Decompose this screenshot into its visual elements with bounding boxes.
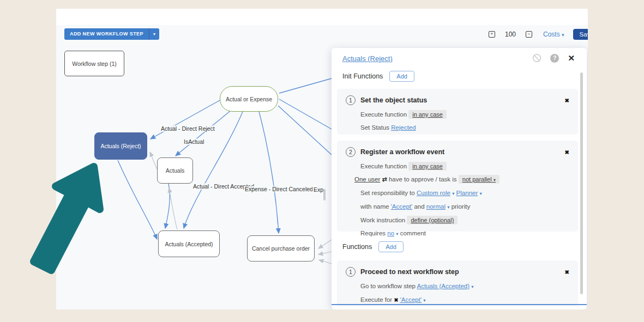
functions-header: Functions Add [342, 241, 404, 252]
task-name-link[interactable]: 'Accept' [391, 203, 413, 210]
execute-function-label: Execute function [360, 111, 407, 118]
step-properties-panel: Actuals (Reject) ? ✕ Init Functions Add … [332, 48, 587, 309]
node-actuals-reject[interactable]: Actuals (Reject) [94, 132, 147, 160]
goto-step-label: Go to workflow step [360, 283, 416, 289]
add-new-workflow-step-button[interactable]: ADD NEW WORKFLOW STEP ▾ [64, 28, 159, 40]
edge-label-expense-clipped: Exp [312, 186, 324, 193]
save-button[interactable]: Save [573, 29, 588, 40]
caret-down-icon[interactable]: ▾ [479, 191, 482, 196]
work-instruction-row: Work instruction define (optional) [360, 216, 569, 224]
task-name-row: with name 'Accept' and normal ▾ priority [360, 203, 569, 211]
execute-function-row: Execute function in any case [360, 111, 569, 119]
node-actuals-accepted[interactable]: Actuals (Accepted) [158, 230, 220, 257]
node-workflow-step-1[interactable]: Workflow step (1) [64, 51, 124, 76]
caret-down-icon[interactable]: ▾ [471, 284, 473, 289]
goto-step-row: Go to workflow step Actuals (Accepted) ▾ [360, 282, 569, 291]
zoom-level-value: 100 [495, 31, 526, 38]
zoom-out-icon[interactable]: − [526, 31, 532, 38]
name-label: with name [360, 203, 389, 210]
costs-label: Costs [543, 31, 560, 38]
remove-function-icon[interactable]: ✖ [565, 149, 569, 155]
functions-heading: Functions [342, 243, 372, 251]
caret-down-icon: ▾ [153, 32, 155, 37]
costs-dropdown[interactable]: Costs ▾ [543, 31, 564, 38]
init-functions-header: Init Functions Add [342, 71, 414, 82]
function-number-badge: 1 [346, 267, 356, 277]
parallel-badge[interactable]: not parallel ▾ [459, 175, 499, 184]
set-status-row: Set Status Rejected [360, 124, 569, 132]
requires-label: Requires [360, 230, 386, 236]
approver-link[interactable]: One user [354, 176, 380, 183]
execute-function-row: Execute function in any case [360, 162, 569, 171]
init-functions-add-button[interactable]: Add [389, 71, 414, 82]
function-title: Set the object status [360, 96, 560, 104]
edge-label-actual-direct-reject: Actual - Direct Reject [160, 125, 216, 132]
disable-icon[interactable] [532, 53, 541, 63]
goto-step-link[interactable]: Actuals (Accepted) [417, 283, 470, 289]
role-link[interactable]: Planner [456, 190, 478, 196]
work-instruction-badge[interactable]: define (optional) [407, 216, 458, 224]
responsibility-label: Set responsibility to [360, 190, 415, 196]
remove-tag-icon[interactable]: ✖ [394, 297, 398, 303]
and-label: and [414, 203, 424, 210]
responsibility-row: Set responsibility to Custom role ▾ Plan… [360, 189, 569, 198]
execute-function-label: Execute function [360, 163, 407, 169]
toolbar-right: + 100 − Costs ▾ Save [489, 28, 588, 40]
priority-link[interactable]: normal [426, 203, 446, 210]
init-functions-heading: Init Functions [342, 72, 383, 80]
init-function-card-2: 2 Register a workflow event ✖ Execute fu… [337, 141, 578, 232]
panel-scrollbar[interactable] [580, 72, 583, 294]
parallel-badge-label: not parallel [462, 176, 492, 183]
execute-condition-badge[interactable]: in any case [408, 162, 447, 171]
panel-title-link[interactable]: Actuals (Reject) [342, 54, 393, 63]
add-step-dropdown-toggle[interactable]: ▾ [149, 28, 159, 40]
help-icon[interactable]: ? [550, 54, 559, 63]
remove-function-icon[interactable]: ✖ [565, 98, 569, 104]
node-actuals[interactable]: Actuals [157, 157, 193, 184]
execute-for-link[interactable]: 'Accept' [400, 296, 422, 303]
function-number-badge: 2 [346, 147, 356, 157]
caret-down-icon[interactable]: ▾ [452, 191, 454, 196]
function-title: Proceed to next workflow step [360, 268, 560, 276]
function-number-badge: 1 [346, 95, 356, 105]
caret-down-icon[interactable]: ▾ [423, 297, 425, 303]
requires-comment-row: Requires no ▾ comment [360, 229, 569, 238]
function-card-1: 1 Proceed to next workflow step ✖ Go to … [337, 260, 578, 306]
execute-for-row: Execute for ✖ 'Accept' ▾ [360, 296, 569, 305]
node-actual-or-expense[interactable]: Actual or Expense [220, 86, 278, 112]
caret-down-icon: ▾ [493, 177, 496, 183]
caret-down-icon[interactable]: ▾ [447, 204, 449, 210]
canvas-vertical-scrollbar[interactable] [323, 189, 326, 201]
approver-row: One user ⇄ have to approve / task is not… [354, 175, 569, 184]
repeat-icon[interactable]: ⇄ [382, 176, 387, 183]
comment-label: comment [400, 230, 426, 236]
work-instruction-label: Work instruction [360, 217, 405, 223]
function-title: Register a workflow event [360, 148, 560, 156]
execute-condition-badge[interactable]: in any case [408, 110, 447, 119]
priority-label: priority [452, 203, 471, 210]
edge-label-expense-direct-canceled: Expense - Direct Canceled [244, 186, 314, 192]
approve-text: have to approve / task is [389, 176, 457, 183]
app-window: Actual - Direct Reject IsActual Actual -… [56, 9, 588, 309]
node-cancel-purchase-order[interactable]: Cancel purchase order [247, 235, 315, 262]
status-link[interactable]: Rejected [391, 124, 416, 131]
zoom-in-icon[interactable]: + [489, 31, 495, 38]
caret-down-icon: ▾ [562, 32, 564, 38]
init-function-card-1: 1 Set the object status ✖ Execute functi… [337, 89, 578, 135]
panel-footer-divider [332, 304, 587, 305]
requires-link[interactable]: no [387, 230, 394, 236]
functions-add-button[interactable]: Add [378, 241, 404, 252]
edge-label-isactual: IsActual [183, 138, 205, 145]
close-icon[interactable]: ✕ [568, 54, 575, 63]
set-status-label: Set Status [360, 124, 389, 131]
panel-header-icons: ? ✕ [532, 53, 575, 63]
role-type-link[interactable]: Custom role [417, 190, 450, 196]
caret-down-icon[interactable]: ▾ [396, 231, 398, 236]
execute-for-label: Execute for [360, 296, 392, 303]
remove-function-icon[interactable]: ✖ [565, 269, 569, 275]
add-new-workflow-step-label: ADD NEW WORKFLOW STEP [64, 28, 149, 40]
